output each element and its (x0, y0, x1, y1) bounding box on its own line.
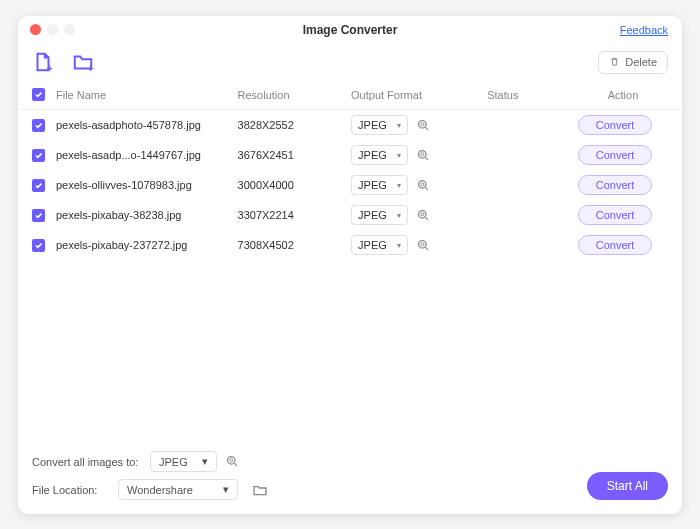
trash-icon (609, 56, 620, 69)
convert-button[interactable]: Convert (578, 235, 652, 255)
start-all-button[interactable]: Start All (587, 472, 668, 500)
add-folder-icon[interactable]: + (72, 51, 94, 73)
row-resolution: 3676X2451 (238, 149, 351, 161)
row-checkbox[interactable] (32, 209, 45, 222)
row-format-value: JPEG (358, 119, 387, 131)
location-value: Wondershare (127, 484, 193, 496)
minimize-window-button[interactable] (47, 24, 58, 35)
row-format-value: JPEG (358, 179, 387, 191)
table-row: pexels-asadphoto-457878.jpg 3828X2552 JP… (18, 110, 682, 140)
settings-search-icon[interactable] (416, 177, 432, 193)
footer-left: Convert all images to: JPEG ▾ File Locat… (32, 451, 268, 500)
convert-button[interactable]: Convert (578, 205, 652, 225)
row-filename: pexels-ollivves-1078983.jpg (56, 179, 238, 191)
settings-search-icon[interactable] (416, 147, 432, 163)
svg-point-2 (419, 120, 427, 128)
location-label: File Location: (32, 484, 110, 496)
svg-point-6 (419, 180, 427, 188)
row-filename: pexels-pixabay-38238.jpg (56, 209, 238, 221)
svg-point-10 (419, 240, 427, 248)
chevron-down-icon: ▾ (397, 151, 401, 160)
check-icon (34, 211, 43, 220)
chevron-down-icon: ▾ (397, 181, 401, 190)
convert-button[interactable]: Convert (578, 115, 652, 135)
row-format-select[interactable]: JPEG ▾ (351, 235, 408, 255)
svg-point-11 (421, 242, 424, 245)
row-resolution: 3000X4000 (238, 179, 351, 191)
header-action: Action (578, 89, 668, 101)
check-icon (34, 121, 43, 130)
check-icon (34, 241, 43, 250)
svg-point-4 (419, 150, 427, 158)
svg-point-8 (419, 210, 427, 218)
svg-point-5 (421, 152, 424, 155)
svg-text:+: + (47, 63, 53, 73)
window-controls (30, 24, 75, 35)
table-row: pexels-pixabay-237272.jpg 7308X4502 JPEG… (18, 230, 682, 260)
settings-search-icon[interactable] (225, 454, 241, 470)
row-checkbox[interactable] (32, 239, 45, 252)
check-icon (34, 151, 43, 160)
row-checkbox[interactable] (32, 119, 45, 132)
row-format-value: JPEG (358, 149, 387, 161)
settings-search-icon[interactable] (416, 117, 432, 133)
svg-point-12 (228, 457, 236, 465)
chevron-down-icon: ▾ (397, 121, 401, 130)
row-resolution: 3828X2552 (238, 119, 351, 131)
toolbar-left: + + (32, 51, 94, 73)
row-resolution: 7308X4502 (238, 239, 351, 251)
header-status: Status (487, 89, 578, 101)
convert-all-format-value: JPEG (159, 456, 188, 468)
row-format-value: JPEG (358, 239, 387, 251)
row-format-select[interactable]: JPEG ▾ (351, 145, 408, 165)
zoom-window-button[interactable] (64, 24, 75, 35)
header-format: Output Format (351, 89, 487, 101)
svg-point-7 (421, 182, 424, 185)
row-checkbox[interactable] (32, 179, 45, 192)
convert-button[interactable]: Convert (578, 175, 652, 195)
table-row: pexels-ollivves-1078983.jpg 3000X4000 JP… (18, 170, 682, 200)
svg-point-9 (421, 212, 424, 215)
titlebar: Image Converter Feedback (18, 16, 682, 44)
toolbar: + + Delete (18, 44, 682, 80)
chevron-down-icon: ▾ (397, 241, 401, 250)
table-body: pexels-asadphoto-457878.jpg 3828X2552 JP… (18, 110, 682, 440)
settings-search-icon[interactable] (416, 237, 432, 253)
row-format-select[interactable]: JPEG ▾ (351, 175, 408, 195)
table-row: pexels-pixabay-38238.jpg 3307X2214 JPEG … (18, 200, 682, 230)
feedback-link[interactable]: Feedback (620, 24, 668, 36)
row-filename: pexels-asadphoto-457878.jpg (56, 119, 238, 131)
table-row: pexels-asadp...o-1449767.jpg 3676X2451 J… (18, 140, 682, 170)
settings-search-icon[interactable] (416, 207, 432, 223)
location-line: File Location: Wondershare ▾ (32, 479, 268, 500)
row-checkbox[interactable] (32, 149, 45, 162)
window-title: Image Converter (30, 23, 670, 37)
check-icon (34, 181, 43, 190)
row-format-select[interactable]: JPEG ▾ (351, 115, 408, 135)
row-filename: pexels-pixabay-237272.jpg (56, 239, 238, 251)
check-icon (34, 90, 43, 99)
add-file-icon[interactable]: + (32, 51, 54, 73)
convert-button[interactable]: Convert (578, 145, 652, 165)
chevron-down-icon: ▾ (397, 211, 401, 220)
chevron-down-icon: ▾ (223, 483, 229, 496)
row-format-value: JPEG (358, 209, 387, 221)
app-window: Image Converter Feedback + + Delete File… (18, 16, 682, 514)
svg-text:+: + (88, 63, 94, 73)
row-filename: pexels-asadp...o-1449767.jpg (56, 149, 238, 161)
footer: Convert all images to: JPEG ▾ File Locat… (18, 440, 682, 514)
row-format-select[interactable]: JPEG ▾ (351, 205, 408, 225)
row-resolution: 3307X2214 (238, 209, 351, 221)
header-resolution: Resolution (238, 89, 351, 101)
chevron-down-icon: ▾ (202, 455, 208, 468)
close-window-button[interactable] (30, 24, 41, 35)
delete-button[interactable]: Delete (598, 51, 668, 74)
convert-all-format-select[interactable]: JPEG ▾ (150, 451, 217, 472)
folder-open-icon[interactable] (252, 482, 268, 498)
select-all-checkbox[interactable] (32, 88, 45, 101)
table-header: File Name Resolution Output Format Statu… (18, 80, 682, 110)
svg-point-13 (230, 459, 233, 462)
convert-all-line: Convert all images to: JPEG ▾ (32, 451, 268, 472)
svg-point-3 (421, 122, 424, 125)
location-select[interactable]: Wondershare ▾ (118, 479, 238, 500)
